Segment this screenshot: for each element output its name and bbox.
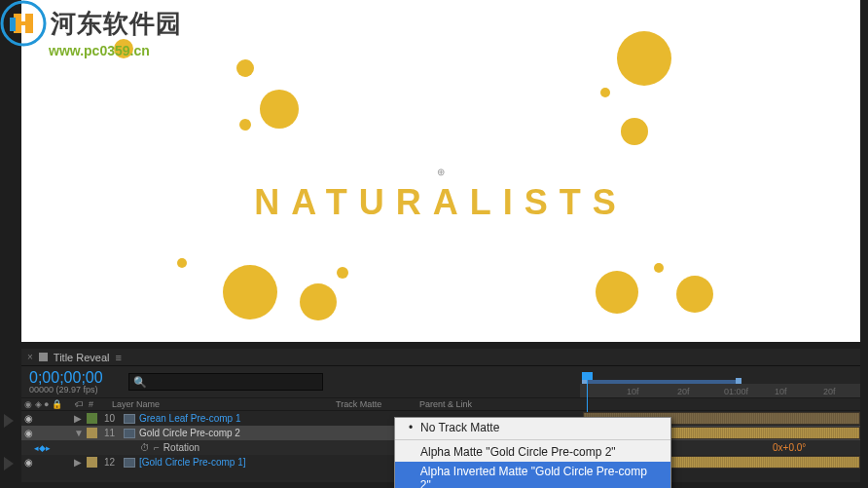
label-color[interactable] <box>87 457 97 468</box>
precomp-icon <box>124 429 135 438</box>
keyframe-diamond-icon[interactable]: ◆ <box>39 443 46 453</box>
svg-point-0 <box>114 39 133 58</box>
svg-point-1 <box>236 59 254 77</box>
menu-separator <box>395 439 670 440</box>
ruler-tick: 01:00f <box>724 387 748 396</box>
composition-preview: NATURALISTS ⊕ <box>21 0 860 342</box>
layer-index: 11 <box>102 426 122 440</box>
timeline-titlebar: × Title Reveal ≡ <box>21 349 860 366</box>
visibility-toggle[interactable]: ◉ <box>23 413 34 424</box>
precomp-icon <box>124 414 135 424</box>
svg-point-9 <box>300 283 337 320</box>
registration-mark-icon: ⊕ <box>437 166 445 176</box>
label-color[interactable] <box>87 428 97 438</box>
twirl-icon[interactable]: ▼ <box>74 428 84 438</box>
svg-point-6 <box>621 118 648 145</box>
stopwatch-icon[interactable]: ⏱ <box>140 442 150 453</box>
svg-point-8 <box>223 265 277 319</box>
menu-item-alpha-inverted-matte[interactable]: Alpha Inverted Matte "Gold Circle Pre-co… <box>395 462 670 488</box>
layer-index: 10 <box>102 411 122 426</box>
svg-point-2 <box>260 90 299 129</box>
preview-title-text: NATURALISTS <box>254 182 627 222</box>
close-tab-icon[interactable]: × <box>27 352 33 362</box>
svg-point-4 <box>600 88 610 97</box>
panel-menu-icon[interactable]: ≡ <box>116 352 122 363</box>
svg-point-12 <box>676 276 713 313</box>
visibility-toggle[interactable]: ◉ <box>23 457 34 468</box>
svg-point-7 <box>177 258 187 268</box>
label-color[interactable] <box>87 413 97 424</box>
trackmatte-context-menu: • No Track Matte Alpha Matte "Gold Circl… <box>394 417 671 488</box>
bullet-icon: • <box>409 421 420 434</box>
twirl-icon[interactable]: ▶ <box>74 413 84 424</box>
next-keyframe-icon[interactable]: ▸ <box>46 443 51 453</box>
ruler-tick: 20f <box>823 387 836 396</box>
menu-item-no-track-matte[interactable]: • No Track Matte <box>395 418 670 437</box>
fps-label: 00000 (29.97 fps) <box>29 386 103 394</box>
time-ruler[interactable]: 10f 20f 01:00f 10f 20f <box>580 366 860 397</box>
layer-index: 12 <box>102 455 122 469</box>
property-name[interactable]: Rotation <box>163 442 199 453</box>
layer-search-input[interactable]: 🔍 <box>128 373 323 391</box>
svg-point-3 <box>239 119 251 131</box>
layer-name[interactable]: [Gold Circle Pre-comp 1] <box>139 457 245 468</box>
search-icon: 🔍 <box>133 376 147 389</box>
svg-point-13 <box>654 263 664 273</box>
layer-name[interactable]: Gold Circle Pre-comp 2 <box>139 428 240 438</box>
property-value[interactable]: 0x+0.0° <box>773 442 806 453</box>
marker-arrow-icon <box>4 414 14 428</box>
svg-point-5 <box>617 31 671 86</box>
visibility-toggle[interactable]: ◉ <box>23 428 34 438</box>
layer-column-header: ◉ ◈ ● 🔒 🏷 # Layer Name Track Matte Paren… <box>21 397 860 411</box>
svg-point-10 <box>337 267 348 279</box>
precomp-icon <box>124 458 135 468</box>
ruler-tick: 20f <box>677 387 690 396</box>
comp-icon <box>39 353 48 361</box>
svg-point-11 <box>596 271 638 314</box>
current-timecode[interactable]: 0;00;00;00 00000 (29.97 fps) <box>21 370 111 394</box>
twirl-icon[interactable]: ▶ <box>74 457 84 468</box>
comp-tab-name[interactable]: Title Reveal <box>54 352 110 363</box>
layer-name[interactable]: Grean Leaf Pre-comp 1 <box>139 413 241 424</box>
marker-arrow-icon <box>4 457 14 470</box>
expression-pickwhip-icon[interactable]: ⌐ <box>154 442 160 453</box>
panel-resize-markers <box>4 414 14 470</box>
ruler-tick: 10f <box>627 387 639 396</box>
ruler-tick: 10f <box>775 387 787 396</box>
svg-rect-15 <box>10 18 16 31</box>
menu-item-alpha-matte[interactable]: Alpha Matte "Gold Circle Pre-comp 2" <box>395 442 670 462</box>
